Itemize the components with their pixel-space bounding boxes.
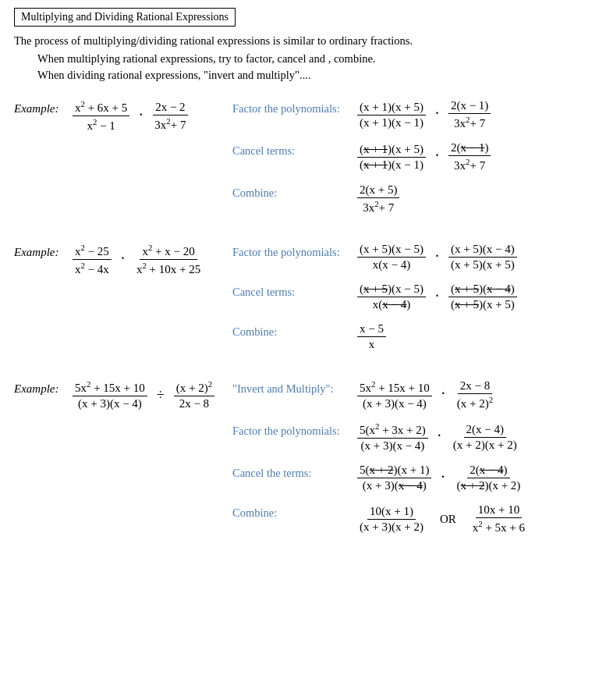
example2-factor-step: Factor the polynomials: (x + 5)(x − 5) x… bbox=[232, 243, 585, 272]
example2-combine-step: Combine: x − 5 x bbox=[232, 322, 585, 351]
example1-factor-step: Factor the polynomials: (x + 1)(x + 5) (… bbox=[232, 99, 585, 130]
combine-label2: Combine: bbox=[232, 322, 357, 339]
example1-combine-step: Combine: 2(x + 5) 3x2+ 7 bbox=[232, 183, 585, 215]
example3-expr: 5x2 + 15x + 10 (x + 3)(x − 4) ÷ (x + 2)2… bbox=[73, 379, 214, 410]
example1-expr: x2 + 6x + 5 x2 − 1 · 2x − 2 3x2+ 7 bbox=[73, 99, 188, 133]
factor-label3: Factor the polynomials: bbox=[232, 421, 357, 438]
page-title: Multiplying and Dividing Rational Expres… bbox=[14, 8, 236, 27]
example3-invert-step: "Invert and Multiply": 5x2 + 15x + 10 (x… bbox=[232, 379, 585, 410]
note2: When dividing rational expressions, "inv… bbox=[37, 69, 585, 82]
invert-label: "Invert and Multiply": bbox=[232, 379, 357, 396]
factor-label: Factor the polynomials: bbox=[232, 99, 357, 115]
combine-label3: Combine: bbox=[232, 503, 357, 520]
example1-label: Example: bbox=[14, 99, 73, 115]
cancel-label3: Cancel the terms: bbox=[232, 464, 357, 480]
intro-text: The process of multiplying/dividing rati… bbox=[14, 34, 585, 48]
example2-label: Example: bbox=[14, 243, 73, 259]
example1-section: Example: x2 + 6x + 5 x2 − 1 · 2x − 2 3x2… bbox=[14, 99, 585, 226]
combine-label: Combine: bbox=[232, 183, 357, 200]
example3-section: Example: 5x2 + 15x + 10 (x + 3)(x − 4) ÷… bbox=[14, 379, 585, 545]
example2-cancel-step: Cancel terms: (x + 5)(x − 5) x(x − 4) · … bbox=[232, 282, 585, 311]
example2-expr: x2 − 25 x2 − 4x · x2 + x − 20 x2 + 10x +… bbox=[73, 243, 203, 276]
example3-label: Example: bbox=[14, 379, 73, 396]
example2-section: Example: x2 − 25 x2 − 4x · x2 + x − 20 x… bbox=[14, 243, 585, 362]
example3-combine-step: Combine: 10(x + 1) (x + 3)(x + 2) OR 10x… bbox=[232, 503, 585, 535]
note1: When multiplying rational expressions, t… bbox=[37, 52, 585, 66]
cancel-label2: Cancel terms: bbox=[232, 282, 357, 299]
factor-label2: Factor the polynomials: bbox=[232, 243, 357, 259]
example3-cancel-step: Cancel the terms: 5(x + 2)(x + 1) (x + 3… bbox=[232, 464, 585, 492]
example3-factor-step: Factor the polynomials: 5(x2 + 3x + 2) (… bbox=[232, 421, 585, 453]
example1-cancel-step: Cancel terms: (x + 1)(x + 5) (x + 1)(x −… bbox=[232, 141, 585, 172]
cancel-label: Cancel terms: bbox=[232, 141, 357, 158]
